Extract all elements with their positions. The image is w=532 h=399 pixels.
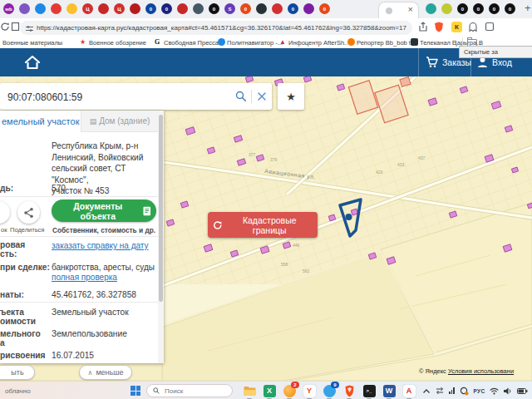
bookmark-item[interactable]: Инфоцентр AfterSh..: [288, 39, 347, 47]
browser-tab-favicon[interactable]: 0: [209, 3, 219, 14]
share-button[interactable]: [17, 201, 40, 224]
browser-tab-favicon[interactable]: 0: [240, 3, 251, 14]
browser-tab-favicon[interactable]: 0: [489, 3, 500, 14]
browser-tab-favicon[interactable]: 0: [145, 3, 156, 14]
browser-tab-favicon[interactable]: Ц: [114, 3, 125, 14]
browser-tab-favicon[interactable]: [303, 3, 314, 14]
area-label: дь:: [0, 184, 13, 193]
parcel-address: Республика Крым, р-н Ленинский, Войковск…: [52, 140, 160, 197]
favorite-star-button[interactable]: [278, 83, 304, 110]
word-icon[interactable]: W: [382, 384, 396, 397]
messenger-badge: 9: [331, 382, 339, 388]
browser-tab-favicon[interactable]: 0: [161, 3, 172, 14]
share-page-icon[interactable]: [418, 22, 428, 32]
browser-tab-favicon[interactable]: 0: [473, 3, 484, 14]
volume-icon[interactable]: [504, 387, 512, 395]
browser-tab-favicon[interactable]: [441, 3, 452, 14]
yandex-browser-icon[interactable]: Y: [303, 384, 316, 397]
tab-land-parcel[interactable]: емельный участок: [0, 111, 81, 132]
bookmark-item[interactable]: Военное обозрение: [89, 39, 146, 47]
browser-tab-favicon[interactable]: [272, 3, 283, 14]
messenger-icon[interactable]: 9: [323, 384, 336, 397]
browser-tab-favicon[interactable]: [98, 3, 109, 14]
search-icon[interactable]: [235, 91, 247, 102]
assignment-date-label: рисвоения: [0, 351, 46, 360]
clear-search-icon[interactable]: [257, 91, 267, 101]
browser-tab-favicon[interactable]: 0: [505, 3, 515, 14]
search-icon: [153, 387, 160, 394]
browser-tab-favicon[interactable]: [19, 3, 30, 14]
action-button-cropped[interactable]: [0, 201, 10, 224]
new-tab-button[interactable]: [525, 2, 531, 14]
active-browser-tab[interactable]: [378, 2, 419, 19]
browser-tab-favicon[interactable]: 0: [457, 3, 468, 14]
divider: [0, 302, 158, 303]
tray-chevron-icon[interactable]: [422, 388, 431, 394]
hide-panel-button[interactable]: ыть: [0, 365, 35, 380]
language-indicator[interactable]: РУС: [474, 388, 485, 394]
browser-tab-favicon[interactable]: [51, 3, 62, 14]
tabs-before[interactable]: wbЦЦ000S000: [3, 3, 335, 14]
brave-browser-icon[interactable]: [342, 384, 356, 397]
order-report-link[interactable]: заказать справку на дату: [52, 241, 149, 250]
taskbar-search-input[interactable]: [163, 387, 224, 396]
taskbar-apps: X 2 Y 9 >_ W A: [243, 384, 416, 397]
brave-shield-icon[interactable]: [434, 22, 444, 32]
k-extension-icon[interactable]: К: [451, 22, 462, 32]
arrows-icon[interactable]: [436, 387, 444, 395]
ghost-extension-icon[interactable]: [468, 22, 478, 32]
building-icon: [90, 116, 100, 126]
tab-house[interactable]: Дом (здание): [81, 111, 158, 132]
browser-tab-favicon[interactable]: Ц: [82, 3, 93, 14]
mail-app-icon[interactable]: 2: [283, 384, 296, 397]
divider: [251, 90, 252, 103]
coordinates-label: наты:: [0, 290, 24, 299]
bookmark-item[interactable]: Свободная Пресса...: [164, 39, 224, 47]
bookmark-item[interactable]: Военные материалы: [2, 39, 62, 47]
taskbar-search[interactable]: [146, 384, 233, 397]
parcel-number: 429: [376, 170, 383, 175]
browser-tab-favicon[interactable]: 0: [288, 3, 298, 14]
browser-tab-favicon[interactable]: [256, 3, 267, 14]
browser-tab-favicon[interactable]: [130, 3, 140, 14]
browser-tab-favicon[interactable]: 0: [319, 3, 330, 14]
object-type-label2: оимости: [0, 317, 36, 326]
terminal-icon[interactable]: >_: [362, 384, 376, 397]
bookmark-item[interactable]: Репортер Bb_bob t..: [357, 39, 414, 47]
excel-icon[interactable]: X: [263, 384, 276, 397]
browser-tab-favicon[interactable]: [177, 3, 188, 14]
search-input[interactable]: [6, 83, 229, 111]
extension-box-icon[interactable]: [485, 22, 495, 32]
bookmark-flag-icon[interactable]: [11, 22, 20, 32]
tab-close-icon[interactable]: [408, 4, 413, 14]
tune-icon[interactable]: [26, 25, 33, 32]
reload-icon[interactable]: [0, 22, 10, 32]
browser-tab-favicon[interactable]: [426, 3, 436, 14]
battery-icon[interactable]: [517, 387, 528, 395]
browser-tab-favicon[interactable]: wb: [3, 3, 14, 14]
file-explorer-icon[interactable]: [243, 384, 256, 397]
signal-bars-icon[interactable]: [449, 387, 455, 394]
show-less-button[interactable]: меньше: [79, 365, 132, 380]
browser-tab-favicon[interactable]: [66, 3, 77, 14]
wifi-icon[interactable]: [490, 387, 499, 395]
cadastral-borders-button[interactable]: Кадастровые границы: [208, 212, 318, 238]
acrobat-icon[interactable]: A: [402, 384, 416, 397]
url-bar[interactable]: https://кадастровая-карта.рус/кадастрова…: [20, 21, 412, 35]
start-button[interactable]: [131, 386, 140, 396]
terms-link[interactable]: Условия использовани: [448, 367, 514, 375]
bookmark-item[interactable]: Политнавигатор -...: [227, 39, 283, 47]
sync-status-icon[interactable]: [460, 387, 469, 396]
bookmarks-overflow-chevron[interactable]: [452, 38, 456, 46]
scrollbar-thumb[interactable]: [159, 115, 163, 302]
object-type-value: Земельный участок: [52, 308, 129, 317]
object-documents-button[interactable]: Документы объекта: [52, 200, 156, 222]
panel-scrollbar[interactable]: [158, 111, 164, 363]
weather-widget[interactable]: облачно: [5, 387, 31, 395]
full-check-link[interactable]: полная проверка: [52, 273, 117, 282]
home-icon[interactable]: [23, 54, 42, 71]
tabs-after[interactable]: 0000: [426, 3, 520, 14]
browser-tab-favicon[interactable]: [193, 3, 204, 14]
browser-tab-favicon[interactable]: S: [224, 3, 235, 14]
browser-tab-favicon[interactable]: [35, 3, 46, 14]
